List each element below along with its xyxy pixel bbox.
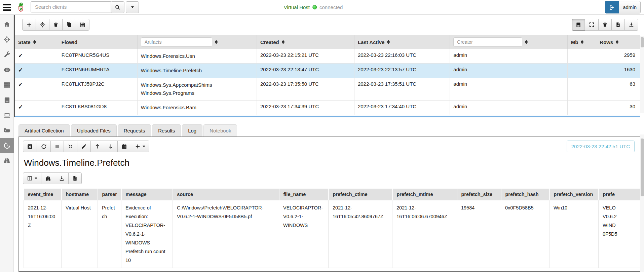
flow-row[interactable]: ✓ F.C8TPNUCR5G4US Windows.Forensics.Usn … — [15, 49, 640, 64]
search-button[interactable] — [111, 1, 124, 13]
col-source: source — [173, 189, 279, 200]
flow-row[interactable]: ✓ F.C8TLKTJ59PJ2C Windows.Sys.AppcompatS… — [15, 78, 640, 101]
delete-cell-button[interactable] — [23, 141, 37, 152]
creator-filter-input[interactable] — [453, 37, 522, 47]
check-icon: ✓ — [18, 104, 23, 110]
col-prefetch-hash: prefetch_hash — [501, 189, 550, 200]
column-selector-button[interactable] — [23, 172, 41, 184]
sidebar-item-host-information[interactable] — [0, 108, 14, 123]
stop-calculation-button[interactable] — [50, 141, 64, 152]
host-name: Virtual Host — [284, 4, 310, 10]
username-button[interactable]: admin — [619, 1, 641, 13]
search-options-button[interactable] — [126, 1, 139, 13]
cell-last-active: 2022-03-23 22:13:57 UTC — [354, 64, 450, 78]
collapse-cell-button[interactable] — [64, 141, 77, 152]
cell-mb — [567, 49, 596, 64]
sidebar-item-virtual-filesystem[interactable] — [0, 123, 14, 138]
sidebar-item-home[interactable] — [0, 17, 14, 32]
col-rows[interactable]: Rows — [596, 35, 640, 49]
trash-icon — [602, 22, 608, 28]
flow-row[interactable]: ✓ F.C8TLKBS081GD8 Windows.Forensics.Bam … — [15, 101, 640, 115]
artifacts-filter-input[interactable] — [141, 37, 212, 47]
home-icon — [3, 21, 10, 28]
result-row[interactable]: 2021-12-16T16:06:00Z Virtual Host Prefet… — [24, 200, 641, 268]
download-icon — [629, 22, 634, 28]
search-icon — [115, 4, 120, 10]
scrollbar-thumb[interactable] — [641, 37, 644, 47]
col-created[interactable]: Created — [257, 35, 354, 49]
sort-icon — [616, 40, 618, 44]
check-icon: ✓ — [18, 67, 23, 73]
sidebar-item-server-events[interactable] — [0, 62, 14, 77]
tab-notebook[interactable]: Notebook — [203, 124, 237, 137]
chevron-down-icon — [131, 6, 134, 8]
cell-file-name: VELOCIRAPTOR-V0.6.2-1-WINDOWS — [279, 200, 329, 268]
cell-artifacts: Windows.Timeline.Prefetch — [137, 64, 257, 78]
delete-flow-button-2[interactable] — [598, 19, 612, 31]
move-cell-up-button[interactable] — [90, 141, 104, 152]
tab-requests[interactable]: Requests — [118, 124, 151, 137]
sidebar-item-collected-artifacts[interactable] — [0, 138, 14, 153]
horizontal-scrollbar[interactable] — [15, 116, 640, 117]
col-state[interactable]: State — [15, 35, 58, 49]
add-timeline-button[interactable] — [117, 141, 131, 152]
binoculars-icon — [45, 176, 51, 182]
flow-row-selected[interactable]: ✓ F.C8TPN6RUMHRTA Windows.Timeline.Prefe… — [15, 64, 640, 78]
cell-state: ✓ — [15, 101, 58, 115]
wrench-icon — [3, 51, 10, 58]
flows-scrollbar[interactable] — [640, 36, 644, 113]
scrollbar-thumb[interactable] — [641, 139, 644, 196]
col-mb[interactable]: Mb — [567, 35, 596, 49]
tab-artifact-collection[interactable]: Artifact Collection — [18, 124, 70, 137]
tab-uploaded-files[interactable]: Uploaded Files — [71, 124, 117, 137]
sidebar-item-server-dashboard[interactable] — [0, 77, 14, 92]
search-input[interactable] — [31, 1, 111, 12]
download-table-button[interactable] — [55, 172, 69, 184]
delete-flow-button[interactable] — [49, 19, 63, 31]
new-collection-button[interactable] — [22, 19, 36, 31]
tab-log[interactable]: Log — [182, 124, 202, 137]
history-icon — [3, 142, 11, 149]
recalculate-cell-button[interactable] — [37, 141, 51, 152]
fullscreen-button[interactable] — [585, 19, 599, 31]
notebook-view-button[interactable] — [572, 19, 585, 31]
move-cell-down-button[interactable] — [104, 141, 118, 152]
new-hunt-from-flow-button[interactable] — [36, 19, 49, 31]
sidebar-item-artifacts[interactable] — [0, 92, 14, 108]
chevron-down-icon — [35, 178, 37, 179]
host-status: Virtual Host connected — [284, 4, 343, 10]
sidebar-item-hunt-manager[interactable] — [0, 32, 14, 47]
flow-detail-tabs: Artifact Collection Uploaded Files Reque… — [18, 124, 644, 137]
cell-mb — [567, 64, 596, 78]
hamburger-menu-icon[interactable] — [2, 2, 12, 12]
cell-creator: admin — [450, 78, 567, 101]
download-results-button[interactable] — [624, 19, 638, 31]
check-icon: ✓ — [18, 52, 23, 59]
add-cell-button[interactable] — [131, 141, 149, 152]
col-parser: parser — [98, 189, 121, 200]
col-last-active[interactable]: Last Active — [354, 35, 450, 49]
search-results-button[interactable] — [41, 172, 55, 184]
cell-prefetch-version: Win10 — [550, 200, 599, 268]
col-artifacts[interactable] — [137, 35, 257, 49]
cell-prefetch-clipped: VELO V0.6.2 WIND 0F5D5 — [599, 200, 641, 268]
col-creator[interactable] — [450, 35, 567, 49]
cell-flowid: F.C8TPNUCR5G4US — [58, 49, 137, 64]
col-flowid[interactable]: FlowId — [58, 35, 137, 49]
sidebar-item-server-artifacts[interactable] — [0, 47, 14, 62]
edit-cell-button[interactable] — [77, 141, 91, 152]
cell-state: ✓ — [15, 49, 58, 64]
cell-created: 2022-03-23 22:13:47 UTC — [257, 64, 354, 78]
page-scrollbar[interactable] — [640, 134, 644, 272]
export-csv-button[interactable] — [68, 172, 82, 184]
tab-results[interactable]: Results — [152, 124, 181, 137]
sidebar-item-vql-search[interactable] — [0, 153, 14, 168]
cell-state: ✓ — [15, 78, 58, 101]
save-collection-button[interactable] — [76, 19, 89, 31]
logout-button[interactable] — [605, 1, 619, 13]
cell-created: 2022-03-23 17:35:50 UTC — [257, 78, 354, 101]
export-report-button[interactable] — [611, 19, 625, 31]
result-row-partial — [24, 268, 641, 272]
cell-creator: admin — [450, 64, 567, 78]
copy-flow-button[interactable] — [62, 19, 76, 31]
